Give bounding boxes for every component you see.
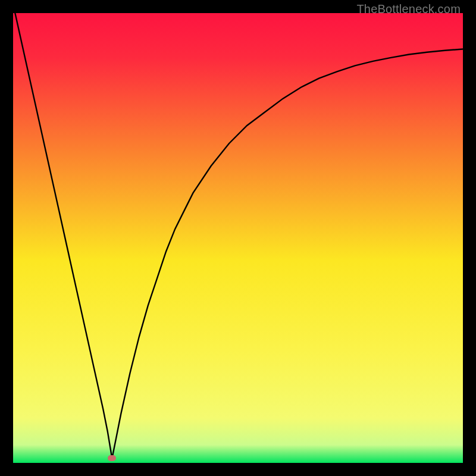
gradient-background — [13, 13, 463, 463]
chart-svg — [13, 13, 463, 463]
plot-frame — [13, 13, 463, 463]
minimum-marker — [108, 455, 116, 461]
